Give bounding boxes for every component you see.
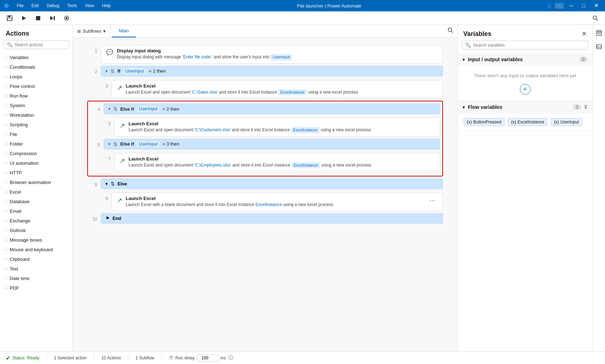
svg-rect-6 <box>54 16 55 20</box>
variables-search-box[interactable]: 🔍 <box>462 41 588 49</box>
action-item-loops[interactable]: ›Loops <box>0 72 73 81</box>
actions-search-box[interactable]: 🔍 <box>4 40 69 49</box>
flow-block-9[interactable]: ↗ Launch Excel Launch Excel with a blank… <box>111 192 443 211</box>
record-button[interactable] <box>61 14 73 23</box>
svg-rect-15 <box>599 31 601 33</box>
step-num-3: 3 <box>98 80 108 89</box>
variables-panel-wrapper: Variables ✕ 🔍 ▾ Input / output variables… <box>457 25 605 352</box>
end-header-10[interactable]: ⚑ End <box>101 213 443 223</box>
menu-debug[interactable]: Debug <box>45 2 61 9</box>
flow-block-5-content: Launch Excel Launch Excel and open docum… <box>129 121 435 133</box>
if-header-2[interactable]: ▾ ⇅ If UserInput = 1 then <box>101 66 443 77</box>
action-item-database[interactable]: ›Database <box>0 197 73 206</box>
action-item-system[interactable]: ›System <box>0 101 73 110</box>
var-item-user-input[interactable]: (x) UserInput <box>551 118 582 126</box>
action-item-outlook[interactable]: ›Outlook <box>0 226 73 235</box>
action-item-run-flow[interactable]: ›Run flow <box>0 91 73 101</box>
action-item-excel[interactable]: ›Excel <box>0 187 73 197</box>
flow-block-1[interactable]: 💬 Display input dialog Display input dia… <box>101 45 443 63</box>
add-variable-button[interactable]: + <box>520 84 531 95</box>
actions-list: ›Variables ›Conditionals ›Loops ›Flow co… <box>0 53 73 352</box>
action-item-scripting[interactable]: ›Scripting <box>0 120 73 130</box>
action-item-compression[interactable]: ›Compression <box>0 149 73 158</box>
action-item-clipboard[interactable]: ›Clipboard <box>0 254 73 264</box>
else-if-condition-4: = 2 then <box>162 106 179 112</box>
action-item-mouse-keyboard[interactable]: ›Mouse and keyboard <box>0 245 73 254</box>
close-button[interactable]: ✕ <box>591 0 601 11</box>
more-options-9[interactable]: ⋯ <box>427 196 438 205</box>
step-num-8: 8 <box>87 179 97 187</box>
menu-tools[interactable]: Tools <box>66 2 78 9</box>
else-header-8[interactable]: ▾ ⇅ Else <box>101 179 443 189</box>
action-item-exchange[interactable]: ›Exchange <box>0 216 73 226</box>
maximize-button[interactable]: □ <box>579 0 588 11</box>
action-item-conditionals[interactable]: ›Conditionals <box>0 62 73 72</box>
var-icon-images[interactable] <box>594 42 604 53</box>
collapse-icon-8[interactable]: ▾ <box>105 181 108 186</box>
flow-variables-count: 3 <box>573 104 581 110</box>
action-item-browser-automation[interactable]: ›Browser automation <box>0 178 73 187</box>
action-item-file[interactable]: ›File <box>0 130 73 139</box>
actions-search-input[interactable] <box>15 42 66 47</box>
else-if-header-6[interactable]: ▾ ⇅ Else if UserInput = 3 then <box>104 139 440 149</box>
save-button[interactable] <box>4 14 16 23</box>
search-icon: 🔍 <box>7 42 12 47</box>
action-item-message-boxes[interactable]: ›Message boxes <box>0 235 73 245</box>
action-item-workstation[interactable]: ›Workstation <box>0 110 73 120</box>
flow-row-6: 6 ▾ ⇅ Else if UserInput = 3 then <box>90 139 440 151</box>
action-item-folder[interactable]: ›Folder <box>0 139 73 149</box>
else-if-label-4: Else if <box>120 106 134 112</box>
chevron-icon: › <box>6 56 7 59</box>
step-button[interactable] <box>46 14 58 23</box>
collapse-icon-2[interactable]: ▾ <box>105 69 108 74</box>
flow-variables-filter-button[interactable]: ⊽ <box>584 104 588 110</box>
variables-search-input[interactable] <box>473 43 585 48</box>
action-item-http[interactable]: ›HTTP <box>0 168 73 178</box>
menu-help[interactable]: Help <box>100 2 112 9</box>
var-icon-ui-elements[interactable] <box>594 28 604 39</box>
step-7-desc: Launch Excel and open document 'C:\Emplo… <box>129 162 435 168</box>
var-item-button-pressed[interactable]: (x) ButtonPressed <box>464 118 505 126</box>
flow-block-3[interactable]: ↗ Launch Excel Launch Excel and open doc… <box>111 80 443 99</box>
minimize-button[interactable]: ─ <box>567 0 576 11</box>
run-delay-input[interactable] <box>197 354 218 362</box>
var-item-excel-instance[interactable]: (x) ExcelInstance <box>508 118 547 126</box>
search-toolbar-button[interactable] <box>589 14 601 23</box>
variables-header: Variables ✕ <box>458 25 593 41</box>
subflows-button[interactable]: ⊞ Subflows ▾ <box>73 25 110 37</box>
center-toolbar: ⊞ Subflows ▾ Main <box>73 25 457 38</box>
menu-view[interactable]: View <box>83 2 95 9</box>
action-item-flow-control[interactable]: ›Flow control <box>0 81 73 91</box>
canvas-search-button[interactable] <box>447 27 454 35</box>
input-output-chevron: ▾ <box>463 57 465 62</box>
input-output-section-header[interactable]: ▾ Input / output variables 0 <box>458 53 593 66</box>
collapse-icon-6[interactable]: ▾ <box>108 142 110 147</box>
action-item-pdf[interactable]: ›PDF <box>0 283 73 293</box>
variables-close-button[interactable]: ✕ <box>581 30 587 38</box>
collapse-icon-4[interactable]: ▾ <box>108 106 110 111</box>
stop-button[interactable] <box>32 14 44 23</box>
flow-block-5[interactable]: ↗ Launch Excel Launch Excel and open doc… <box>114 118 440 136</box>
main-tab[interactable]: Main <box>112 25 136 37</box>
title-bar-menu: File Edit Debug Tools View Help <box>15 2 112 9</box>
step-9-title: Launch Excel <box>126 196 423 201</box>
else-if-header-4[interactable]: ▾ ⇅ Else if UserInput = 2 then <box>104 104 440 114</box>
flow-block-1-content: Display input dialog Display input dialo… <box>117 48 438 60</box>
run-delay-info-button[interactable]: ⓘ <box>228 355 233 361</box>
action-item-variables[interactable]: ›Variables <box>0 53 73 62</box>
excel-icon-9: ↗ <box>117 196 122 204</box>
action-item-datetime[interactable]: ›Date time <box>0 274 73 283</box>
action-item-text[interactable]: ›Text <box>0 264 73 274</box>
action-item-ui-automation[interactable]: ›UI automation <box>0 158 73 168</box>
svg-point-18 <box>598 46 599 47</box>
menu-file[interactable]: File <box>15 2 25 9</box>
run-button[interactable] <box>18 14 30 23</box>
svg-point-9 <box>593 16 597 19</box>
action-item-email[interactable]: ›Email <box>0 206 73 216</box>
title-bar: 🔷 File Edit Debug Tools View Help File l… <box>0 0 605 11</box>
menu-edit[interactable]: Edit <box>30 2 40 9</box>
flow-block-7[interactable]: ↗ Launch Excel Launch Excel and open doc… <box>114 153 440 172</box>
flow-variables-section-header[interactable]: ▾ Flow variables 3 ⊽ <box>458 101 593 114</box>
step-5-badge1: ExcelInstance <box>291 127 319 133</box>
status-divider-2 <box>94 355 94 361</box>
